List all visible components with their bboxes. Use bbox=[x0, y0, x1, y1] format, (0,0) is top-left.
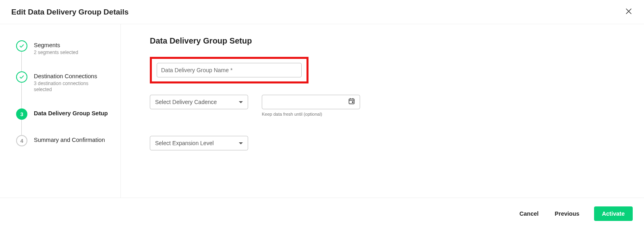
date-helper-text: Keep data fresh until (optional) bbox=[262, 112, 360, 117]
main-panel: Data Delivery Group Setup Select Deliver… bbox=[121, 24, 644, 198]
delivery-cadence-select[interactable]: Select Delivery Cadence bbox=[150, 95, 248, 109]
highlighted-name-field bbox=[150, 57, 309, 83]
svg-rect-0 bbox=[349, 99, 354, 104]
calendar-icon bbox=[348, 98, 355, 106]
expansion-level-select[interactable]: Select Expansion Level bbox=[150, 136, 248, 150]
check-icon bbox=[16, 71, 27, 83]
previous-button[interactable]: Previous bbox=[553, 207, 581, 220]
activate-button[interactable]: Activate bbox=[594, 206, 633, 221]
step-title: Segments bbox=[34, 42, 78, 49]
select-placeholder: Select Delivery Cadence bbox=[155, 99, 217, 105]
svg-rect-2 bbox=[350, 98, 351, 100]
svg-rect-4 bbox=[352, 102, 354, 103]
cancel-button[interactable]: Cancel bbox=[518, 207, 540, 220]
dialog-title: Edit Data Delivery Group Details bbox=[11, 8, 128, 17]
step-title: Summary and Confirmation bbox=[34, 136, 105, 144]
select-placeholder: Select Expansion Level bbox=[155, 140, 214, 146]
group-name-input[interactable] bbox=[161, 67, 297, 73]
chevron-down-icon bbox=[239, 142, 243, 144]
step-connector bbox=[21, 52, 22, 72]
stepper-sidebar: Segments 2 segments selected Destination… bbox=[0, 24, 121, 198]
close-button[interactable] bbox=[623, 6, 634, 18]
step-connector bbox=[21, 83, 22, 109]
close-icon bbox=[626, 8, 632, 16]
keep-fresh-until-date[interactable] bbox=[262, 95, 360, 109]
step-subtitle: 2 segments selected bbox=[34, 50, 78, 56]
page-title: Data Delivery Group Setup bbox=[150, 36, 628, 46]
step-subtitle: 3 destination connections selected bbox=[34, 81, 102, 93]
step-segments[interactable]: Segments 2 segments selected bbox=[16, 40, 112, 71]
step-title: Data Delivery Group Setup bbox=[34, 110, 108, 117]
step-connector bbox=[21, 120, 22, 136]
dialog-header: Edit Data Delivery Group Details bbox=[0, 0, 644, 24]
step-title: Destination Connections bbox=[34, 73, 102, 80]
step-data-delivery-group-setup[interactable]: 3 Data Delivery Group Setup bbox=[16, 108, 112, 135]
step-number-icon: 3 bbox=[16, 108, 27, 120]
chevron-down-icon bbox=[239, 101, 243, 103]
check-icon bbox=[16, 40, 27, 52]
svg-rect-3 bbox=[353, 98, 354, 100]
step-list: Segments 2 segments selected Destination… bbox=[16, 40, 112, 146]
step-summary-confirmation[interactable]: 4 Summary and Confirmation bbox=[16, 135, 112, 146]
group-name-field[interactable] bbox=[157, 63, 302, 77]
step-number-icon: 4 bbox=[16, 135, 27, 146]
dialog-footer: Cancel Previous Activate bbox=[0, 198, 644, 229]
step-destination-connections[interactable]: Destination Connections 3 destination co… bbox=[16, 71, 112, 108]
